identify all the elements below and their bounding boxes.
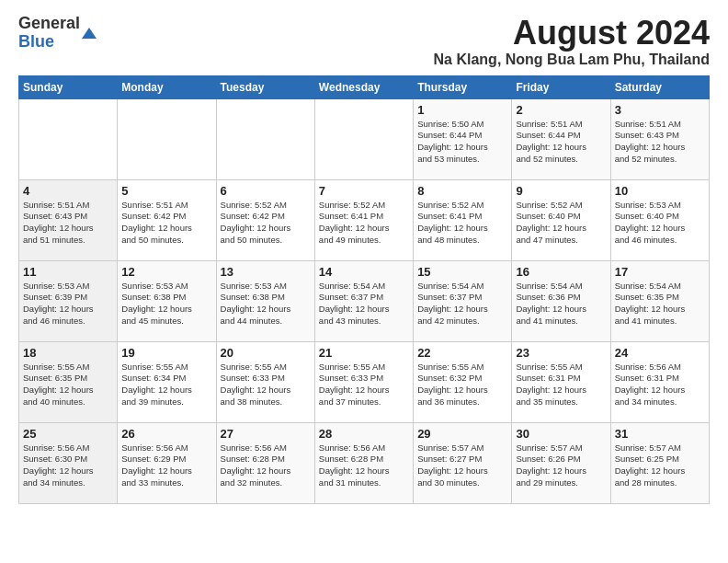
cell-info: Sunrise: 5:53 AM Sunset: 6:40 PM Dayligh…	[615, 200, 705, 247]
cell-info: Sunrise: 5:55 AM Sunset: 6:35 PM Dayligh…	[23, 362, 113, 408]
day-number: 3	[615, 103, 705, 117]
day-number: 24	[615, 346, 705, 360]
calendar-cell	[216, 98, 314, 179]
calendar-cell: 6Sunrise: 5:52 AM Sunset: 6:42 PM Daylig…	[216, 179, 314, 260]
logo: GeneralBlue	[18, 15, 97, 52]
calendar-table: SundayMondayTuesdayWednesdayThursdayFrid…	[18, 75, 710, 504]
calendar-day-header: Sunday	[19, 75, 118, 98]
calendar-cell: 12Sunrise: 5:53 AM Sunset: 6:38 PM Dayli…	[118, 260, 216, 341]
calendar-day-header: Thursday	[414, 75, 512, 98]
calendar-week-row: 4Sunrise: 5:51 AM Sunset: 6:43 PM Daylig…	[19, 179, 710, 260]
calendar-cell: 27Sunrise: 5:56 AM Sunset: 6:28 PM Dayli…	[216, 422, 314, 503]
day-number: 17	[615, 265, 705, 279]
calendar-day-header: Wednesday	[314, 75, 413, 98]
cell-info: Sunrise: 5:53 AM Sunset: 6:39 PM Dayligh…	[23, 281, 113, 327]
cell-info: Sunrise: 5:51 AM Sunset: 6:42 PM Dayligh…	[121, 200, 211, 247]
calendar-cell: 24Sunrise: 5:56 AM Sunset: 6:31 PM Dayli…	[610, 341, 709, 422]
cell-info: Sunrise: 5:54 AM Sunset: 6:37 PM Dayligh…	[417, 281, 507, 327]
calendar-day-header: Tuesday	[216, 75, 314, 98]
calendar-cell	[118, 98, 216, 179]
month-title: August 2024	[434, 15, 710, 52]
calendar-week-row: 1Sunrise: 5:50 AM Sunset: 6:44 PM Daylig…	[19, 98, 710, 179]
cell-info: Sunrise: 5:53 AM Sunset: 6:38 PM Dayligh…	[221, 281, 311, 327]
cell-info: Sunrise: 5:51 AM Sunset: 6:43 PM Dayligh…	[23, 200, 113, 247]
calendar-cell: 4Sunrise: 5:51 AM Sunset: 6:43 PM Daylig…	[19, 179, 118, 260]
calendar-cell: 9Sunrise: 5:52 AM Sunset: 6:40 PM Daylig…	[512, 179, 610, 260]
calendar-cell: 5Sunrise: 5:51 AM Sunset: 6:42 PM Daylig…	[118, 179, 216, 260]
calendar-day-header: Friday	[512, 75, 610, 98]
calendar-cell: 31Sunrise: 5:57 AM Sunset: 6:25 PM Dayli…	[610, 422, 709, 503]
day-number: 13	[221, 265, 311, 279]
calendar-cell: 18Sunrise: 5:55 AM Sunset: 6:35 PM Dayli…	[19, 341, 118, 422]
calendar-cell: 20Sunrise: 5:55 AM Sunset: 6:33 PM Dayli…	[216, 341, 314, 422]
calendar-cell: 25Sunrise: 5:56 AM Sunset: 6:30 PM Dayli…	[19, 422, 118, 503]
day-number: 12	[121, 265, 211, 279]
cell-info: Sunrise: 5:52 AM Sunset: 6:42 PM Dayligh…	[221, 200, 311, 247]
calendar-cell: 29Sunrise: 5:57 AM Sunset: 6:27 PM Dayli…	[414, 422, 512, 503]
page-header: GeneralBlue August 2024 Na Klang, Nong B…	[18, 15, 710, 68]
cell-info: Sunrise: 5:57 AM Sunset: 6:26 PM Dayligh…	[516, 442, 606, 489]
calendar-cell: 13Sunrise: 5:53 AM Sunset: 6:38 PM Dayli…	[216, 260, 314, 341]
calendar-header-row: SundayMondayTuesdayWednesdayThursdayFrid…	[19, 75, 710, 98]
cell-info: Sunrise: 5:50 AM Sunset: 6:44 PM Dayligh…	[417, 119, 507, 166]
title-block: August 2024 Na Klang, Nong Bua Lam Phu, …	[434, 15, 710, 68]
calendar-cell: 21Sunrise: 5:55 AM Sunset: 6:33 PM Dayli…	[314, 341, 413, 422]
day-number: 16	[516, 265, 606, 279]
calendar-cell: 26Sunrise: 5:56 AM Sunset: 6:29 PM Dayli…	[118, 422, 216, 503]
calendar-cell: 10Sunrise: 5:53 AM Sunset: 6:40 PM Dayli…	[610, 179, 709, 260]
cell-info: Sunrise: 5:55 AM Sunset: 6:33 PM Dayligh…	[319, 362, 409, 408]
day-number: 11	[23, 265, 113, 279]
cell-info: Sunrise: 5:55 AM Sunset: 6:34 PM Dayligh…	[121, 362, 211, 408]
cell-info: Sunrise: 5:51 AM Sunset: 6:44 PM Dayligh…	[516, 119, 606, 166]
day-number: 23	[516, 346, 606, 360]
calendar-week-row: 18Sunrise: 5:55 AM Sunset: 6:35 PM Dayli…	[19, 341, 710, 422]
calendar-cell	[19, 98, 118, 179]
calendar-cell: 3Sunrise: 5:51 AM Sunset: 6:43 PM Daylig…	[610, 98, 709, 179]
cell-info: Sunrise: 5:55 AM Sunset: 6:33 PM Dayligh…	[221, 362, 311, 408]
logo: GeneralBlue	[18, 15, 80, 52]
day-number: 29	[417, 427, 507, 441]
cell-info: Sunrise: 5:54 AM Sunset: 6:35 PM Dayligh…	[615, 281, 705, 327]
calendar-cell: 1Sunrise: 5:50 AM Sunset: 6:44 PM Daylig…	[414, 98, 512, 179]
calendar-cell: 16Sunrise: 5:54 AM Sunset: 6:36 PM Dayli…	[512, 260, 610, 341]
calendar-cell: 7Sunrise: 5:52 AM Sunset: 6:41 PM Daylig…	[314, 179, 413, 260]
day-number: 15	[417, 265, 507, 279]
day-number: 30	[516, 427, 606, 441]
calendar-cell: 30Sunrise: 5:57 AM Sunset: 6:26 PM Dayli…	[512, 422, 610, 503]
cell-info: Sunrise: 5:55 AM Sunset: 6:31 PM Dayligh…	[516, 362, 606, 408]
day-number: 18	[23, 346, 113, 360]
cell-info: Sunrise: 5:56 AM Sunset: 6:30 PM Dayligh…	[23, 442, 113, 489]
day-number: 28	[319, 427, 409, 441]
calendar-cell: 11Sunrise: 5:53 AM Sunset: 6:39 PM Dayli…	[19, 260, 118, 341]
calendar-cell: 2Sunrise: 5:51 AM Sunset: 6:44 PM Daylig…	[512, 98, 610, 179]
cell-info: Sunrise: 5:56 AM Sunset: 6:31 PM Dayligh…	[615, 362, 705, 408]
cell-info: Sunrise: 5:56 AM Sunset: 6:29 PM Dayligh…	[121, 442, 211, 489]
day-number: 7	[319, 184, 409, 198]
calendar-week-row: 25Sunrise: 5:56 AM Sunset: 6:30 PM Dayli…	[19, 422, 710, 503]
cell-info: Sunrise: 5:54 AM Sunset: 6:37 PM Dayligh…	[319, 281, 409, 327]
day-number: 9	[516, 184, 606, 198]
day-number: 31	[615, 427, 705, 441]
calendar-cell	[314, 98, 413, 179]
cell-info: Sunrise: 5:52 AM Sunset: 6:41 PM Dayligh…	[319, 200, 409, 247]
day-number: 26	[121, 427, 211, 441]
calendar-cell: 14Sunrise: 5:54 AM Sunset: 6:37 PM Dayli…	[314, 260, 413, 341]
cell-info: Sunrise: 5:57 AM Sunset: 6:25 PM Dayligh…	[615, 442, 705, 489]
day-number: 4	[23, 184, 113, 198]
location-subtitle: Na Klang, Nong Bua Lam Phu, Thailand	[434, 52, 710, 68]
calendar-cell: 19Sunrise: 5:55 AM Sunset: 6:34 PM Dayli…	[118, 341, 216, 422]
day-number: 27	[221, 427, 311, 441]
cell-info: Sunrise: 5:52 AM Sunset: 6:41 PM Dayligh…	[417, 200, 507, 247]
calendar-cell: 28Sunrise: 5:56 AM Sunset: 6:28 PM Dayli…	[314, 422, 413, 503]
calendar-week-row: 11Sunrise: 5:53 AM Sunset: 6:39 PM Dayli…	[19, 260, 710, 341]
calendar-cell: 8Sunrise: 5:52 AM Sunset: 6:41 PM Daylig…	[414, 179, 512, 260]
day-number: 10	[615, 184, 705, 198]
calendar-cell: 15Sunrise: 5:54 AM Sunset: 6:37 PM Dayli…	[414, 260, 512, 341]
cell-info: Sunrise: 5:51 AM Sunset: 6:43 PM Dayligh…	[615, 119, 705, 166]
day-number: 19	[121, 346, 211, 360]
calendar-cell: 22Sunrise: 5:55 AM Sunset: 6:32 PM Dayli…	[414, 341, 512, 422]
cell-info: Sunrise: 5:53 AM Sunset: 6:38 PM Dayligh…	[121, 281, 211, 327]
day-number: 5	[121, 184, 211, 198]
calendar-cell: 17Sunrise: 5:54 AM Sunset: 6:35 PM Dayli…	[610, 260, 709, 341]
cell-info: Sunrise: 5:52 AM Sunset: 6:40 PM Dayligh…	[516, 200, 606, 247]
